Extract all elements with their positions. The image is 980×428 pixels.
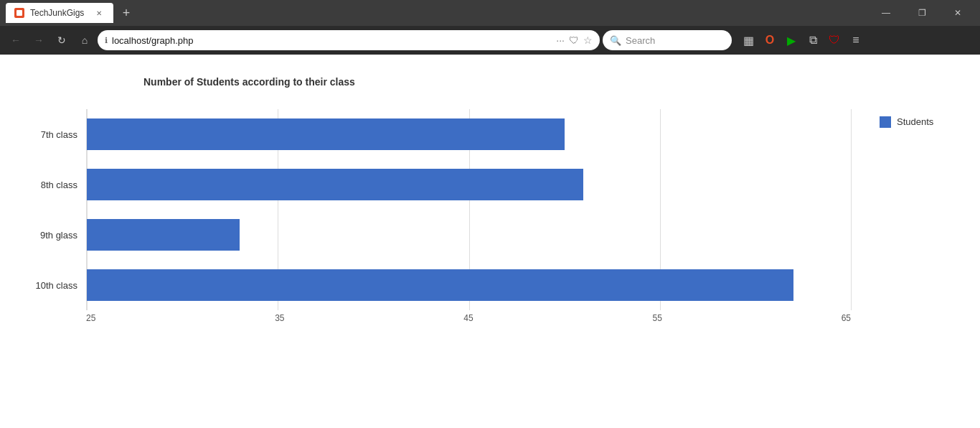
url-text: localhost/graph.php	[112, 35, 552, 46]
close-button[interactable]: ✕	[941, 0, 974, 26]
play-icon[interactable]: ▶	[783, 32, 799, 48]
x-axis-label: 65	[842, 313, 851, 323]
library-icon[interactable]: ▦	[740, 32, 756, 48]
chart-title: Number of Students according to their cl…	[143, 76, 951, 88]
restore-button[interactable]: ❐	[905, 0, 938, 26]
legend-label: Students	[897, 116, 933, 127]
grid-line	[851, 159, 852, 210]
chart-row: 7th class	[29, 109, 851, 159]
chart-rows: 7th class8th class9th glass10th class	[29, 109, 851, 310]
bookmark-icon[interactable]: ☆	[583, 34, 593, 46]
active-tab[interactable]: TechJunkGigs ✕	[6, 3, 113, 23]
x-axis-label: 25	[86, 313, 95, 323]
bar-1	[87, 169, 583, 200]
x-axis-label: 35	[275, 313, 284, 323]
search-placeholder: Search	[626, 35, 655, 46]
tab-favicon	[14, 8, 24, 18]
tab-favicon-inner	[17, 10, 22, 16]
chart-area: 7th class8th class9th glass10th class 25…	[29, 109, 851, 323]
minimize-button[interactable]: —	[870, 0, 903, 26]
chart-row: 10th class	[29, 260, 851, 310]
opera-icon[interactable]: O	[762, 32, 778, 48]
x-axis-label: 45	[463, 313, 473, 323]
bar-2	[87, 219, 240, 251]
split-view-icon[interactable]: ⧉	[805, 32, 821, 48]
search-icon: 🔍	[610, 35, 621, 46]
row-label: 8th class	[29, 180, 86, 190]
search-bar[interactable]: 🔍 Search	[603, 30, 732, 50]
shield-icon[interactable]: 🛡	[569, 34, 579, 46]
grid-line	[851, 210, 852, 260]
x-axis: 2535455565	[86, 313, 851, 323]
refresh-button[interactable]: ↻	[52, 30, 72, 50]
bar-chart: 7th class8th class9th glass10th class 25…	[29, 109, 851, 323]
x-axis-label: 55	[652, 313, 661, 323]
grid-line	[851, 260, 852, 310]
forward-button[interactable]: →	[29, 30, 49, 50]
legend-color-box	[880, 116, 891, 128]
row-label: 9th glass	[29, 230, 86, 241]
menu-button[interactable]: ≡	[848, 32, 864, 48]
nav-bar: ← → ↻ ⌂ ℹ localhost/graph.php ··· 🛡 ☆ 🔍 …	[0, 26, 980, 55]
toolbar-icons: ▦ O ▶ ⧉ 🛡 ≡	[740, 32, 864, 48]
shield2-icon[interactable]: 🛡	[826, 32, 842, 48]
browser-chrome: TechJunkGigs ✕ + — ❐ ✕ ← → ↻ ⌂ ℹ localho…	[0, 0, 980, 55]
bar-area	[86, 210, 851, 260]
bar-0	[87, 118, 565, 150]
tab-bar: TechJunkGigs ✕ + — ❐ ✕	[0, 0, 980, 26]
bar-area	[86, 109, 851, 159]
chart-row: 9th glass	[29, 210, 851, 260]
window-controls: — ❐ ✕	[870, 0, 974, 26]
tab-title: TechJunkGigs	[30, 8, 84, 18]
new-tab-button[interactable]: +	[116, 3, 136, 23]
grid-line	[469, 210, 470, 260]
grid-line	[851, 109, 852, 159]
bar-area	[86, 260, 851, 310]
address-actions: ··· 🛡 ☆	[556, 34, 593, 46]
grid-line	[660, 210, 661, 260]
page-content: Number of Students according to their cl…	[0, 55, 980, 428]
more-options-icon[interactable]: ···	[556, 34, 565, 46]
chart-container: 7th class8th class9th glass10th class 25…	[29, 109, 951, 323]
tab-close-button[interactable]: ✕	[93, 7, 105, 19]
chart-row: 8th class	[29, 159, 851, 210]
info-icon: ℹ	[105, 36, 108, 45]
home-button[interactable]: ⌂	[75, 30, 95, 50]
bar-3	[87, 269, 793, 301]
chart-legend: Students	[880, 116, 951, 323]
row-label: 10th class	[29, 280, 86, 291]
grid-line	[660, 109, 661, 159]
address-bar[interactable]: ℹ localhost/graph.php ··· 🛡 ☆	[98, 30, 600, 50]
bar-area	[86, 159, 851, 210]
grid-line	[278, 210, 278, 260]
grid-line	[660, 159, 661, 210]
back-button[interactable]: ←	[6, 30, 26, 50]
row-label: 7th class	[29, 129, 86, 140]
